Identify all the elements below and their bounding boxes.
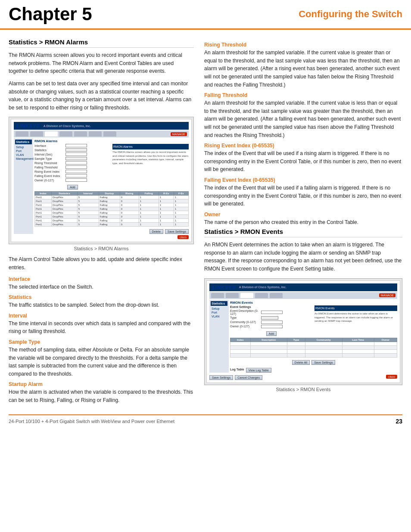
ss-form-area: Interface Statistics Interval (Sec) — [34, 144, 189, 190]
def-owner-body: The name of the person who created this … — [204, 218, 402, 227]
screenshot2-inner: LINKSYS A Division of Cisco Systems, Inc… — [206, 280, 400, 383]
def-sampletype-body: The method of sampling data, either Abso… — [9, 346, 194, 378]
def-falling-event-body: The index of the Event that will be used… — [204, 184, 402, 208]
def-owner-term: Owner — [204, 212, 402, 218]
ss2-input-owner — [261, 325, 283, 328]
def-interface-body: The selected interface on the Switch. — [9, 283, 194, 291]
ss2-input-desc — [261, 311, 283, 314]
ss-form-title: RMON Alarms — [34, 139, 189, 143]
screenshot1-body: Statistics Setup Port VLAN Management RM… — [14, 138, 189, 234]
ss-help-text: RMON Alarms The RMON Alarms screen allow… — [112, 144, 189, 190]
ss2-bottom-buttons: Delete All Save Settings — [230, 359, 397, 365]
ss-input-falling — [65, 165, 87, 169]
left-column: Statistics > RMON Alarms The RMON Alarms… — [9, 38, 194, 406]
ss2-sidebar-item1: Setup — [211, 307, 227, 311]
ss-sidebar-item4: Management — [15, 157, 32, 161]
ss-row-falling-event: Falling Event Index — [34, 174, 111, 177]
linksys-logo: LINKSYS — [16, 123, 40, 128]
ss2-log-label: Log Table — [230, 368, 244, 371]
ss2-row-owner: Owner (0-127) — [230, 325, 313, 328]
table-row: Port1DropPkts5Falling0111 — [35, 196, 189, 199]
ss-input-rising-event — [65, 170, 87, 173]
ss2-label-type: Type — [230, 316, 260, 319]
ss2-help-header: RMON Events — [314, 305, 397, 311]
page-header: Chapter 5 Configuring the Switch — [0, 0, 411, 30]
ss-tab6 — [89, 131, 102, 137]
ss2-label-desc: Event Description (0-127) — [230, 309, 260, 315]
ss2-cancel-changes-btn[interactable]: Cancel Changes — [235, 375, 262, 380]
ss2-help-body: An RMON Event determines the action to t… — [314, 312, 397, 323]
screenshot2-top-bar: MANAGE — [209, 292, 397, 299]
ss-th-stats: Statistics — [52, 192, 78, 196]
ss-sidebar-item2: Port — [15, 149, 32, 153]
ss-row-sample: Sample Type — [34, 157, 111, 160]
screenshot2-body: Statistics Setup Port VLAN RMON Events E… — [209, 300, 397, 373]
ss2-status-bar: MANAGE — [379, 293, 395, 297]
table-row: Port1DropPkts5Falling0111 — [35, 215, 189, 219]
footer-text: 24-Port 10/100 + 4-Port Gigabit Switch w… — [9, 419, 395, 424]
ss2-delete-all-button[interactable]: Delete All — [292, 360, 310, 365]
ss2-event-settings-label: Event Settings — [230, 305, 313, 308]
def-interface-term: Interface — [9, 276, 194, 282]
ss-save-button[interactable]: Save Settings — [165, 229, 189, 234]
ss2-save-settings-button[interactable]: Save Settings — [311, 360, 335, 365]
ss2-add-button[interactable]: Add — [266, 331, 277, 336]
ss2-sidebar-item2: Port — [211, 311, 227, 314]
ss-input-owner — [65, 178, 87, 182]
ss-label-rising: Rising Threshold — [34, 162, 65, 165]
ss2-sidebar: Statistics Setup Port VLAN — [209, 300, 229, 373]
ss-label-interface: Interface — [34, 144, 65, 147]
ss2-tab5 — [270, 293, 283, 298]
ss-tab1 — [16, 131, 28, 137]
table-row: Port1DropPkts5Falling0111 — [35, 203, 189, 207]
ss-input-statistics — [65, 148, 87, 152]
ss-add-button[interactable]: Add — [67, 185, 78, 190]
ss-row-rising: Rising Threshold — [34, 161, 111, 165]
ss-input-falling-event — [65, 174, 87, 177]
screenshot2-box: LINKSYS A Division of Cisco Systems, Inc… — [204, 278, 402, 385]
table-row: Port1DropPkts5Falling0111 — [35, 199, 189, 203]
ss2-add-button-container: Add — [230, 330, 313, 336]
para3: The Alarm Control Table allows you to ad… — [9, 255, 194, 271]
ss-th-falling: Falling — [139, 192, 159, 196]
ss-form-left: Interface Statistics Interval (Sec) — [34, 144, 111, 190]
page-number: 23 — [395, 418, 402, 425]
ss2-row-community: Community (0-127) — [230, 320, 313, 324]
def-startup-term: Startup Alarm — [9, 381, 194, 387]
ss2-th-index: Index — [230, 338, 251, 342]
ss2-view-log-button[interactable]: View Log Table — [246, 368, 271, 373]
screenshot1-logo-bar: LINKSYS A Division of Cisco Systems, Inc… — [14, 122, 189, 130]
ss2-th-time: Last Time — [342, 338, 374, 342]
ss2-tab1 — [211, 293, 224, 298]
para-events: An RMON Event determines the action to t… — [204, 241, 402, 273]
ss-status-bar: MANAGE — [171, 132, 187, 136]
chapter-subtitle: Configuring the Switch — [206, 9, 402, 20]
para2: Alarms can be set to test data over any … — [9, 80, 194, 112]
ss-tab2 — [30, 131, 43, 137]
ss2-form-container: RMON Events Event Settings Event Descrip… — [230, 300, 397, 373]
ss-form-container: RMON Alarms Interface Statistics — [34, 138, 189, 234]
left-defs: Interface The selected interface on the … — [9, 276, 194, 404]
main-content: Statistics > RMON Alarms The RMON Alarms… — [0, 30, 411, 410]
ss-label-owner: Owner (0-127) — [34, 179, 65, 182]
ss2-th-type: Type — [287, 338, 305, 342]
ss2-form-left: Event Settings Event Description (0-127)… — [230, 305, 313, 336]
ss2-save-settings-btn2[interactable]: Save Settings — [209, 375, 233, 380]
ss-label-sample: Sample Type — [34, 157, 65, 160]
ss-delete-button[interactable]: Delete — [149, 229, 163, 234]
def-startup-body: How the alarm is activated when the vari… — [9, 388, 194, 404]
ss-alarms-table: Index Statistics Interval Startup Rising… — [34, 191, 189, 227]
ss-th-interval: Interval — [77, 192, 99, 196]
ss-th-index: Index — [35, 192, 52, 196]
ss2-tab4 — [255, 293, 268, 298]
ss2-th-community: Community — [305, 338, 342, 342]
ss-row-rising-event: Rising Event Index — [34, 170, 111, 173]
ss-row-falling: Falling Threshold — [34, 165, 111, 169]
screenshot2-caption: Statistics > RMON Events — [204, 387, 402, 392]
right-defs: Rising Threshold An alarm threshold for … — [204, 42, 402, 226]
chapter-title: Chapter 5 — [9, 4, 206, 24]
ss-label-falling: Falling Threshold — [34, 166, 65, 169]
table-row: Port1DropPkts5Falling0111 — [35, 211, 189, 215]
ss-tab7 — [103, 131, 116, 137]
ss-th-r-event: R-Ev — [159, 192, 174, 196]
